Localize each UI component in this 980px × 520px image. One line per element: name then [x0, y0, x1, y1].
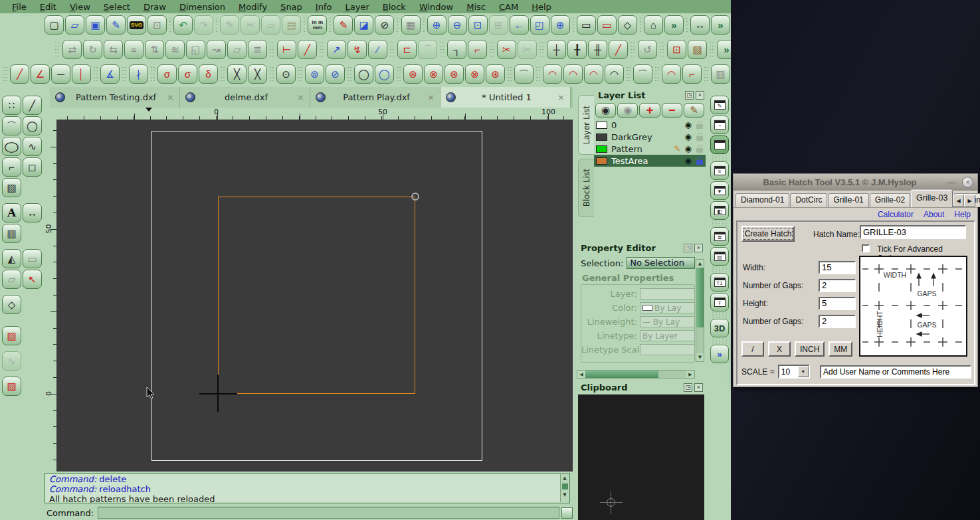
corner-trim-tool[interactable]: ┐	[447, 40, 466, 59]
comments-input[interactable]	[820, 365, 971, 379]
more-draw-tools-button[interactable]: »	[711, 15, 730, 35]
menu-view[interactable]: View	[63, 2, 97, 12]
arc-start-direction-button[interactable]: ⌐	[682, 64, 702, 84]
view-3d-box-tool[interactable]: ◇	[2, 295, 21, 314]
divide-compress-tool[interactable]: ╫	[588, 40, 607, 59]
ruler-tool[interactable]: ▭	[23, 249, 42, 268]
draw-shapes-tool[interactable]: ◻	[23, 157, 42, 177]
expand-right-panel-button[interactable]: »	[710, 345, 729, 363]
scroll-up-icon[interactable]: ▲	[561, 474, 569, 482]
menu-draw[interactable]: Draw	[137, 2, 173, 12]
hatch-tab-grille-02[interactable]: Grille-02	[870, 193, 910, 207]
height-field[interactable]	[819, 297, 856, 310]
zoom-center-button[interactable]: ⊕	[551, 15, 570, 35]
zoom-page-button[interactable]: ⊞	[489, 15, 508, 35]
scrollbar-thumb[interactable]	[585, 371, 658, 378]
draw-quadrilateral-button[interactable]: ◇	[618, 15, 637, 35]
scroll-down-icon[interactable]: ▼	[561, 491, 569, 499]
circle-tangent-5-button[interactable]: ⊛	[486, 64, 505, 84]
new-file-button[interactable]: ▢	[45, 15, 64, 35]
height-gaps-field[interactable]	[819, 315, 856, 328]
menu-edit[interactable]: Edit	[33, 2, 63, 12]
close-icon[interactable]: ×	[962, 177, 973, 188]
hatch-tab-dotcirc[interactable]: DotCirc	[790, 193, 827, 207]
draw-line-button[interactable]: ╱	[10, 64, 29, 84]
menu-modify[interactable]: Modify	[232, 2, 274, 12]
trim-tool[interactable]: ⊢	[277, 40, 296, 59]
layer-visible-icon[interactable]: ◉	[685, 144, 692, 153]
divide-tool[interactable]: ┼	[547, 40, 566, 59]
menu-info[interactable]: Info	[309, 2, 339, 12]
hatch-tab-grille-01[interactable]: Grille-01	[828, 193, 868, 207]
filter-panel-button[interactable]: ▼	[710, 181, 729, 200]
float-panel-icon[interactable]: ◳	[685, 91, 694, 100]
slash-hatch-button[interactable]: /	[741, 341, 764, 357]
property-value[interactable]: — By Lay	[640, 316, 695, 327]
layer-row[interactable]: DarkGrey ✎ ◉	[594, 131, 706, 143]
draw-points-tool[interactable]: ∷	[2, 96, 21, 115]
layer-visible-icon[interactable]: ◉	[685, 156, 692, 165]
arc-angle-button[interactable]: ◠	[563, 64, 583, 84]
width-field[interactable]	[819, 261, 856, 274]
zoom-window-button[interactable]: ◰	[530, 15, 549, 35]
draw-circle-tangent-line-button[interactable]: σ	[157, 64, 177, 84]
draw-rectangle-size-button[interactable]: ▭	[597, 15, 617, 35]
menu-file[interactable]: File	[5, 2, 33, 12]
layer-lock-icon[interactable]	[696, 121, 704, 130]
view-3d-panel-button[interactable]: 3D	[710, 319, 729, 337]
undo-button[interactable]: ↶	[173, 15, 193, 35]
advanced-options-checkbox[interactable]	[862, 244, 870, 252]
draw-hatch-tool[interactable]: ▨	[2, 178, 21, 197]
tab-scroll-left-icon[interactable]: ◀	[953, 195, 964, 207]
presentation-panel-button[interactable]: ◧	[710, 201, 729, 220]
scroll-left-icon[interactable]: ◀	[577, 371, 585, 378]
hatch-pattern-tool[interactable]: ▨	[2, 377, 21, 396]
scrollbar-thumb[interactable]	[696, 268, 704, 327]
draw-polygon-button[interactable]: ⌂	[644, 15, 663, 35]
property-value[interactable]: By Lay	[640, 302, 695, 313]
scroll-right-icon[interactable]: ▶	[686, 371, 694, 378]
tab-delme[interactable]: delme.dxf ×	[180, 87, 310, 108]
property-value[interactable]	[640, 288, 695, 300]
draw-line-tool[interactable]: ╱	[23, 96, 42, 115]
draw-circle-tangent-arc-button[interactable]: δ	[199, 64, 218, 84]
tab-pattern-testing[interactable]: Pattern Testing.dxf ×	[50, 87, 180, 108]
circle-tangent-2-button[interactable]: ⊗	[424, 64, 443, 84]
side-tab-block-list[interactable]: Block List	[578, 159, 594, 217]
save-as-button[interactable]: ✎	[106, 15, 126, 35]
close-tab-icon[interactable]: ×	[297, 92, 304, 102]
cut-entity-alt-tool[interactable]: ✂	[518, 40, 537, 59]
remove-layer-button[interactable]: −	[662, 103, 682, 118]
grid-toggle-button[interactable]: ▦	[401, 15, 421, 35]
circle-tangent-4-button[interactable]: ⊗	[465, 64, 484, 84]
mm-button[interactable]: MM	[829, 341, 852, 357]
paste-button[interactable]: ▤	[282, 15, 301, 35]
measurement-settings-button[interactable]: ◪	[354, 15, 373, 35]
draw-text-tool[interactable]: A	[2, 203, 21, 222]
selection-dropdown[interactable]: No Selection	[627, 257, 695, 269]
layer-visible-icon[interactable]: ◉	[685, 120, 692, 130]
break-point-tool[interactable]: ╱	[609, 40, 628, 59]
cam-tool-1-panel-button[interactable]: T1	[710, 273, 729, 292]
drawing-preferences-button[interactable]: ✎	[334, 15, 353, 35]
layer-edit-icon[interactable]: ✎	[674, 144, 680, 153]
scale-dropdown[interactable]: 10 ▼	[778, 365, 810, 379]
redo-button[interactable]: ↷	[194, 15, 213, 35]
more-modify-tools-button[interactable]: »	[717, 40, 731, 59]
menu-block[interactable]: Block	[376, 2, 413, 12]
open-file-button[interactable]: ▱	[65, 15, 84, 35]
help-link[interactable]: Help	[954, 210, 971, 219]
insert-image-button[interactable]: ▥	[711, 64, 730, 84]
draw-cross-lines-button[interactable]: ╳	[227, 64, 246, 84]
arc-tangent-button[interactable]: ◠	[662, 64, 681, 84]
zoom-previous-button[interactable]: ←	[510, 15, 529, 35]
show-all-layers-button[interactable]: ◉	[595, 103, 616, 118]
library-panel-button[interactable]: ✎	[710, 96, 729, 114]
spline-edit-tool[interactable]: ∿	[2, 351, 21, 371]
close-panel-icon[interactable]: ×	[694, 244, 703, 252]
export-svg-button[interactable]: SVG	[127, 15, 146, 35]
arc-semicircle-button[interactable]: ◠	[605, 64, 624, 84]
keyboard-icon[interactable]	[561, 507, 573, 519]
float-panel-icon[interactable]: ◳	[684, 244, 692, 252]
calculator-link[interactable]: Calculator	[878, 210, 914, 219]
